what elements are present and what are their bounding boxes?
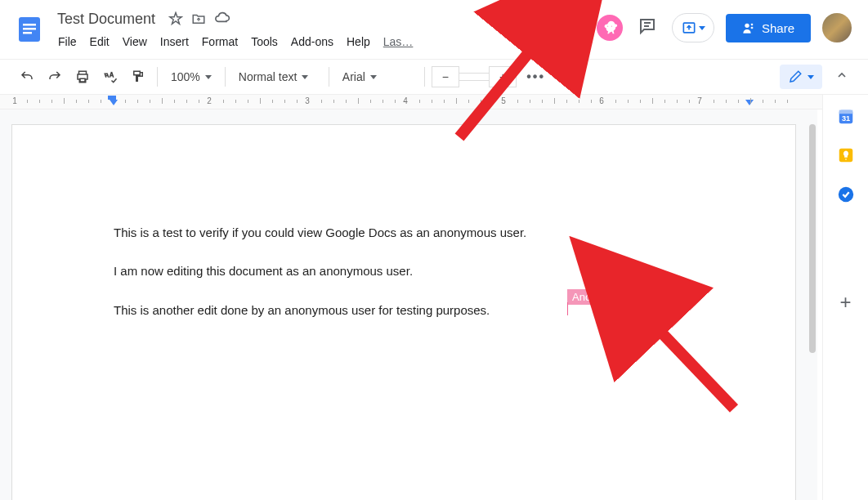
more-tools-button[interactable]: •••: [520, 69, 552, 84]
redo-button[interactable]: [43, 65, 67, 89]
svg-point-8: [751, 24, 754, 26]
font-dropdown[interactable]: Arial: [336, 67, 418, 87]
style-value: Normal text: [239, 70, 298, 83]
svg-point-7: [745, 24, 749, 28]
anonymous-user-avatar[interactable]: [597, 15, 623, 41]
share-button[interactable]: Share: [726, 14, 811, 42]
document-page[interactable]: This is a test to verify if you could vi…: [11, 124, 796, 500]
menu-tools[interactable]: Tools: [245, 32, 284, 51]
menu-insert[interactable]: Insert: [154, 32, 195, 51]
ruler-tick: 3: [305, 96, 310, 105]
side-panel: 31 +: [822, 95, 868, 500]
move-icon[interactable]: [191, 11, 206, 26]
print-button[interactable]: [70, 65, 95, 89]
present-button[interactable]: [672, 13, 714, 42]
collaborator-cursor: [567, 302, 568, 315]
editing-mode-button[interactable]: [780, 65, 822, 89]
ruler[interactable]: 1 2 3 4 5 6 7: [0, 95, 868, 109]
left-indent-marker[interactable]: [110, 100, 118, 105]
vertical-scrollbar[interactable]: [808, 124, 817, 500]
collapse-toolbar-button[interactable]: [830, 64, 853, 90]
paragraph[interactable]: I am now editing this document as an ano…: [114, 261, 694, 280]
svg-rect-1: [23, 24, 36, 26]
document-canvas[interactable]: This is a test to verify if you could vi…: [0, 109, 817, 500]
menu-edit[interactable]: Edit: [84, 32, 115, 51]
collaborator-cursor-label: Anonymous Unicorn: [567, 289, 673, 305]
ruler-tick: 2: [207, 96, 212, 105]
paint-format-button[interactable]: [126, 65, 150, 89]
document-title[interactable]: Test Document: [52, 9, 160, 29]
menu-bar: File Edit View Insert Format Tools Add-o…: [52, 31, 418, 52]
svg-rect-10: [839, 110, 852, 114]
undo-button[interactable]: [15, 65, 39, 89]
font-size-value[interactable]: [459, 73, 489, 81]
zoom-dropdown[interactable]: 100%: [164, 67, 218, 87]
font-size-control[interactable]: − +: [432, 66, 517, 87]
add-addon-button[interactable]: +: [836, 292, 856, 312]
right-indent-marker[interactable]: [745, 100, 754, 105]
svg-text:31: 31: [841, 114, 849, 123]
menu-help[interactable]: Help: [341, 32, 376, 51]
star-icon[interactable]: [168, 11, 183, 26]
cloud-status-icon[interactable]: [214, 11, 230, 27]
spellcheck-button[interactable]: [98, 65, 123, 89]
menu-last-edit[interactable]: Las…: [378, 32, 419, 51]
ruler-tick: 4: [403, 96, 408, 105]
zoom-value: 100%: [171, 70, 200, 83]
menu-addons[interactable]: Add-ons: [285, 32, 339, 51]
calendar-icon[interactable]: 31: [836, 106, 856, 126]
font-size-minus[interactable]: −: [432, 66, 459, 87]
keep-icon[interactable]: [836, 145, 856, 165]
ruler-tick: 7: [697, 96, 702, 105]
share-label: Share: [762, 21, 794, 35]
docs-home-icon[interactable]: [13, 10, 46, 49]
tasks-icon[interactable]: [836, 185, 856, 204]
font-value: Arial: [342, 70, 365, 83]
menu-view[interactable]: View: [117, 32, 153, 51]
ruler-tick: 5: [501, 96, 506, 105]
ruler-tick: 6: [599, 96, 604, 105]
paragraph[interactable]: This is a test to verify if you could vi…: [114, 223, 694, 242]
toolbar: 100% Normal text Arial − + •••: [0, 59, 868, 95]
svg-rect-3: [23, 32, 32, 34]
style-dropdown[interactable]: Normal text: [232, 67, 322, 87]
scrollbar-thumb[interactable]: [809, 124, 816, 353]
chevron-down-icon: [808, 75, 814, 79]
font-size-plus[interactable]: +: [489, 66, 517, 87]
comments-icon[interactable]: [634, 13, 660, 42]
svg-rect-2: [23, 28, 36, 30]
user-account-avatar[interactable]: [822, 13, 852, 42]
chevron-down-icon: [699, 26, 705, 30]
ruler-tick: 1: [12, 96, 17, 105]
menu-format[interactable]: Format: [196, 32, 244, 51]
menu-file[interactable]: File: [52, 32, 83, 51]
